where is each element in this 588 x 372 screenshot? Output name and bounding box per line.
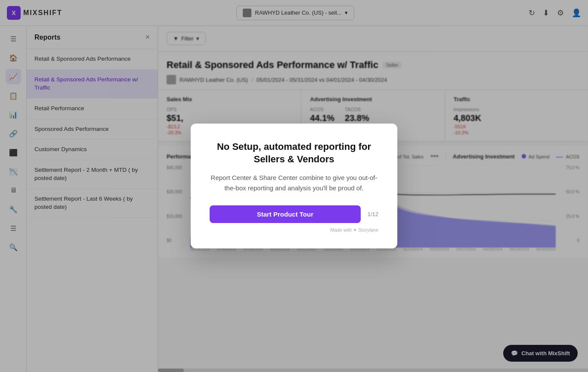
start-product-tour-button[interactable]: Start Product Tour	[210, 205, 361, 223]
modal-description: Report Center & Share Center combine to …	[210, 173, 378, 193]
modal-made-with: Made with ✦ Storylane	[210, 227, 378, 233]
modal-title: No Setup, automated reporting for Seller…	[210, 141, 378, 165]
modal-box: No Setup, automated reporting for Seller…	[191, 124, 397, 248]
modal-overlay: No Setup, automated reporting for Seller…	[0, 0, 588, 372]
modal-footer: Start Product Tour 1/12	[210, 205, 378, 223]
modal-page-indicator: 1/12	[368, 211, 378, 217]
